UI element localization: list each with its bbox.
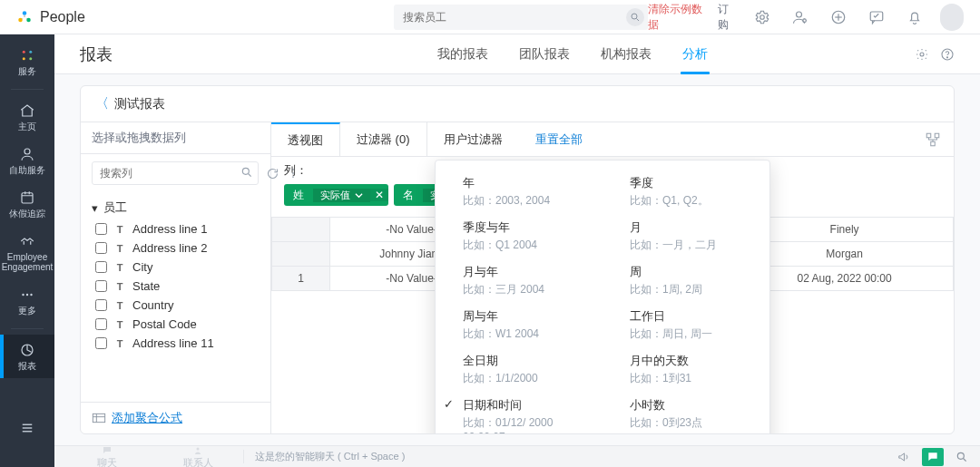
svg-line-4 — [636, 18, 639, 21]
option-title: 日期和时间 — [463, 397, 586, 413]
svg-rect-33 — [93, 413, 104, 422]
date-format-option[interactable]: 年比如：2003, 2004 — [436, 170, 603, 214]
tab-orgreports[interactable]: 机构报表 — [599, 46, 653, 63]
tab-myreports[interactable]: 我的报表 — [436, 46, 490, 63]
plus-icon[interactable] — [826, 3, 851, 32]
chat-toggle-icon[interactable] — [922, 448, 944, 466]
gear-icon[interactable] — [750, 3, 775, 32]
chat-icon[interactable] — [864, 3, 889, 32]
option-example: 比如：W1 2004 — [463, 326, 586, 342]
field-checkbox[interactable] — [95, 318, 107, 330]
date-format-menu: 年比如：2003, 2004季度比如：Q1, Q2。季度与年比如：Q1 2004… — [435, 160, 770, 433]
rail-selfservice[interactable]: 自助服务 — [0, 139, 54, 182]
date-format-option[interactable]: 小时数比如：0到23点 — [603, 392, 769, 433]
field-checkbox[interactable] — [95, 223, 107, 235]
field-row[interactable]: TCity — [92, 258, 260, 277]
date-format-option[interactable]: 月比如：一月，二月 — [603, 214, 769, 258]
status-chat[interactable]: 聊天 — [62, 443, 152, 467]
field-search-input[interactable] — [92, 161, 259, 185]
search-icon[interactable] — [626, 8, 644, 26]
rail-home[interactable]: 主页 — [0, 95, 54, 139]
option-title: 周与年 — [463, 308, 586, 325]
rail-leave[interactable]: 休假追踪 — [0, 182, 54, 226]
rail-label: 服务 — [18, 66, 36, 76]
rail-collapse[interactable] — [0, 413, 54, 443]
type-icon: T — [114, 319, 125, 330]
tree-group-employee[interactable]: ▾ 员工 — [92, 199, 260, 216]
field-pane-header: 选择或拖拽数据列 — [81, 122, 270, 154]
field-label: Address line 11 — [132, 336, 214, 350]
option-example: 比如：一月，二月 — [630, 238, 753, 253]
option-title: 年 — [463, 175, 586, 191]
field-row[interactable]: TState — [92, 277, 260, 296]
field-row[interactable]: TCountry — [92, 296, 260, 315]
svg-point-2 — [26, 17, 31, 22]
schema-icon[interactable] — [912, 131, 954, 148]
avatar[interactable] — [940, 4, 964, 31]
svg-point-13 — [29, 51, 32, 54]
date-format-option[interactable]: 月中的天数比如：1到31 — [603, 347, 769, 392]
field-row[interactable]: TPostal Code — [92, 315, 260, 334]
status-contacts[interactable]: 联系人 — [152, 443, 243, 467]
user-admin-icon[interactable] — [788, 3, 813, 32]
field-checkbox[interactable] — [95, 299, 107, 311]
date-format-option[interactable]: 全日期比如：1/1/2000 — [436, 347, 603, 392]
pill-remove-icon[interactable]: ✕ — [370, 189, 388, 201]
field-checkbox[interactable] — [95, 261, 107, 273]
ptab-userfilters[interactable]: 用户过滤器 — [427, 122, 519, 156]
clear-demo-link[interactable]: 清除示例数据 — [648, 2, 705, 33]
search-icon[interactable] — [240, 166, 253, 179]
type-icon: T — [114, 300, 125, 311]
subscribe-link[interactable]: 订购 — [718, 2, 737, 33]
pill-mode[interactable]: 实际值 — [313, 189, 370, 202]
option-example: 比如：0到23点 — [630, 415, 753, 431]
svg-point-3 — [632, 14, 637, 19]
tabs-gear-icon[interactable] — [915, 47, 929, 62]
date-format-option[interactable]: 季度比如：Q1, Q2。 — [603, 170, 769, 214]
search-icon[interactable] — [951, 448, 973, 466]
svg-point-20 — [30, 294, 32, 296]
rail-services[interactable]: 服务 — [0, 40, 54, 83]
tab-analysis[interactable]: 分析 — [681, 46, 710, 63]
date-format-option[interactable]: 季度与年比如：Q1 2004 — [436, 214, 603, 258]
add-formula-link[interactable]: 添加聚合公式 — [112, 410, 182, 426]
svg-point-28 — [242, 168, 249, 174]
field-row[interactable]: TAddress line 2 — [92, 238, 260, 258]
date-format-option[interactable]: 周与年比如：W1 2004 — [436, 303, 603, 347]
breadcrumb[interactable]: 〈 测试报表 — [81, 86, 954, 122]
handshake-icon — [19, 233, 35, 249]
content: 〈 测试报表 选择或拖拽数据列 — [54, 74, 980, 445]
date-format-option[interactable]: 工作日比如：周日, 周一 — [603, 303, 769, 347]
field-row[interactable]: TAddress line 1 — [92, 219, 260, 238]
left-rail: 服务 主页 自助服务 休假追踪 Employee Engagement 更多 报… — [0, 34, 54, 467]
field-row[interactable]: TAddress line 11 — [92, 334, 260, 353]
option-example: 比如：1到31 — [630, 371, 753, 386]
svg-point-18 — [22, 294, 24, 296]
grid-icon — [19, 47, 35, 63]
rail-more[interactable]: 更多 — [0, 279, 54, 323]
ptab-resetall[interactable]: 重置全部 — [519, 122, 599, 156]
tab-teamreports[interactable]: 团队报表 — [517, 46, 572, 63]
date-format-option[interactable]: 周比如：1周, 2周 — [603, 258, 769, 303]
rail-label: 主页 — [18, 122, 36, 131]
field-checkbox[interactable] — [95, 242, 107, 254]
home-icon — [19, 102, 35, 119]
column-pill[interactable]: 姓实际值 ✕ — [284, 184, 388, 206]
field-label: Postal Code — [132, 317, 197, 331]
help-icon[interactable] — [940, 47, 955, 62]
date-format-option[interactable]: 月与年比如：三月 2004 — [436, 258, 603, 303]
date-format-option[interactable]: 日期和时间比如：01/12/ 2000 00:00:07 — [436, 392, 603, 433]
svg-point-16 — [24, 149, 30, 154]
announce-icon[interactable] — [893, 448, 915, 466]
bell-icon[interactable] — [902, 3, 927, 32]
field-checkbox[interactable] — [95, 280, 107, 292]
field-pane-footer: 添加聚合公式 — [81, 402, 270, 433]
search-input[interactable] — [394, 5, 648, 30]
rail-reports[interactable]: 报表 — [0, 335, 54, 378]
ptab-filters[interactable]: 过滤器 (0) — [340, 122, 427, 156]
rail-engagement[interactable]: Employee Engagement — [0, 226, 54, 279]
field-checkbox[interactable] — [95, 337, 107, 349]
ptab-pivot[interactable]: 透视图 — [271, 122, 340, 156]
pill-name: 姓 — [284, 188, 313, 203]
chevron-down-icon — [355, 191, 363, 199]
